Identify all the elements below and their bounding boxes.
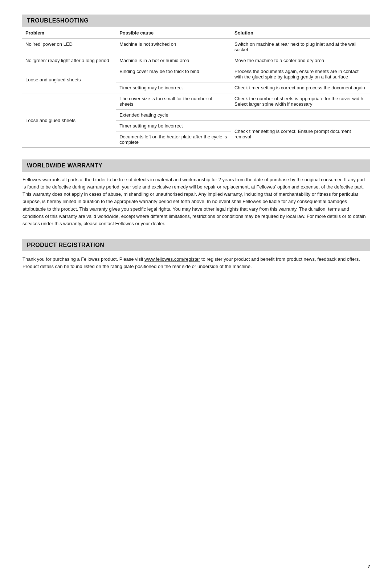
cause-cell: Machine is in a hot or humid area bbox=[116, 55, 231, 66]
registration-text: Thank you for purchasing a Fellowes prod… bbox=[22, 256, 370, 270]
problem-cell: Loose and glued sheets bbox=[22, 93, 116, 148]
troubleshooting-header: TROUBLESHOOTING bbox=[22, 15, 370, 27]
table-row: No 'red' power on LED Machine is not swi… bbox=[22, 39, 370, 55]
cause-cell: The cover size is too small for the numb… bbox=[116, 93, 231, 110]
solution-cell: Check the number of sheets is appropriat… bbox=[231, 93, 370, 110]
troubleshooting-title: TROUBLESHOOTING bbox=[27, 17, 365, 24]
solution-cell: Check timer setting is correct and proce… bbox=[231, 82, 370, 93]
warranty-text: Fellowes warrants all parts of the binde… bbox=[22, 176, 370, 227]
solution-cell bbox=[231, 110, 370, 121]
cause-cell: Extended heating cycle bbox=[116, 110, 231, 121]
solution-cell: Switch on machine at rear next to plug i… bbox=[231, 39, 370, 55]
solution-cell: Process the documents again, ensure shee… bbox=[231, 66, 370, 82]
registration-text-before: Thank you for purchasing a Fellowes prod… bbox=[23, 256, 144, 262]
table-row: Loose and glued sheets The cover size is… bbox=[22, 93, 370, 110]
registration-section: PRODUCT REGISTRATION Thank you for purch… bbox=[22, 239, 370, 270]
registration-link[interactable]: www.fellowes.com/register bbox=[144, 256, 200, 262]
registration-title: PRODUCT REGISTRATION bbox=[27, 242, 365, 248]
solution-cell: Move the machine to a cooler and dry are… bbox=[231, 55, 370, 66]
warranty-section: WORLDWIDE WARRANTY Fellowes warrants all… bbox=[22, 159, 370, 227]
cause-cell: Machine is not switched on bbox=[116, 39, 231, 55]
col-header-solution: Solution bbox=[231, 27, 370, 39]
cause-cell: Timer setting may be incorrect bbox=[116, 82, 231, 93]
cause-cell: Binding cover may be too thick to bind bbox=[116, 66, 231, 82]
table-row: No 'green' ready light after a long peri… bbox=[22, 55, 370, 66]
cause-cell: Documents left on the heater plate after… bbox=[116, 131, 231, 148]
col-header-problem: Problem bbox=[22, 27, 116, 39]
solution-cell: Check timer setting is correct. Ensure p… bbox=[231, 121, 370, 148]
problem-cell: No 'green' ready light after a long peri… bbox=[22, 55, 116, 66]
troubleshooting-table: Problem Possible cause Solution No 'red'… bbox=[22, 27, 370, 148]
problem-cell: No 'red' power on LED bbox=[22, 39, 116, 55]
troubleshooting-section: TROUBLESHOOTING Problem Possible cause S… bbox=[22, 15, 370, 148]
col-header-cause: Possible cause bbox=[116, 27, 231, 39]
page-number: 7 bbox=[368, 564, 370, 569]
registration-header: PRODUCT REGISTRATION bbox=[22, 239, 370, 251]
problem-cell: Loose and unglued sheets bbox=[22, 66, 116, 93]
warranty-title: WORLDWIDE WARRANTY bbox=[27, 162, 365, 169]
table-row: Loose and unglued sheets Binding cover m… bbox=[22, 66, 370, 82]
warranty-header: WORLDWIDE WARRANTY bbox=[22, 159, 370, 172]
cause-cell: Timer setting may be incorrect bbox=[116, 121, 231, 131]
table-header-row: Problem Possible cause Solution bbox=[22, 27, 370, 39]
